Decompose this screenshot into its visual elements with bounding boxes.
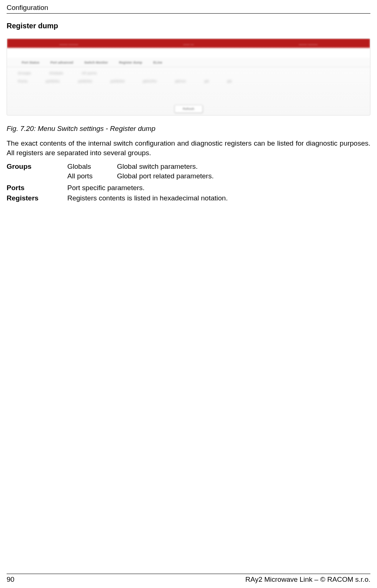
ss-button-wrap: Refresh [174, 104, 203, 113]
running-header: Configuration [7, 4, 370, 12]
def-subrow: All ports Global port related parameters… [67, 172, 370, 180]
ss-label: Ports [18, 79, 28, 83]
header-rule [7, 13, 370, 14]
def-content: Registers contents is listed in hexadeci… [67, 194, 370, 202]
ss-tab: Switch Monitor [84, 61, 108, 64]
ss-tabs: Port Status Port advanced Switch Monitor… [7, 58, 370, 67]
ss-opt: Globals [50, 71, 64, 75]
def-subkey: All ports [67, 172, 117, 180]
ss-whitespace [7, 48, 370, 58]
def-registers: Registers Registers contents is listed i… [7, 194, 370, 202]
embedded-screenshot: _____ __________ _______ ______ Port Sta… [7, 38, 370, 115]
def-subrow: Globals Global switch parameters. [67, 163, 370, 171]
def-label: Ports [7, 184, 67, 192]
ss-opt: p3/Eth2 [78, 79, 92, 83]
def-subval: Global port related parameters. [117, 172, 370, 180]
ss-tab: Port Status [22, 61, 39, 64]
footer-rule [7, 574, 370, 574]
ss-tab: Register dump [119, 61, 142, 64]
ss-tab: ELine [153, 61, 163, 64]
def-label: Registers [7, 194, 67, 202]
figure-caption: Fig. 7.20: Menu Switch settings - Regist… [7, 125, 370, 133]
ss-opt: p5 [204, 79, 209, 83]
page: Configuration Register dump _____ ______… [0, 0, 377, 588]
footer-line: 90 RAy2 Microwave Link – © RACOM s.r.o. [7, 575, 370, 584]
ss-opt: p4/Eth3 [111, 79, 125, 83]
def-subval: Global switch parameters. [117, 163, 370, 171]
def-subkey: Globals [67, 163, 117, 171]
ss-opt: p6 [227, 79, 232, 83]
ss-opt: p6/Air [175, 79, 186, 83]
def-ports: Ports Port specific parameters. [7, 184, 370, 192]
def-content: Port specific parameters. [67, 184, 370, 192]
ss-topbar: _____ __________ _______ ______ [7, 39, 370, 48]
ss-tab: Port advanced [50, 61, 73, 64]
footer-right: RAy2 Microwave Link – © RACOM s.r.o. [245, 575, 370, 584]
ss-opt: p2/Eth1 [46, 79, 60, 83]
page-number: 90 [7, 575, 14, 584]
page-footer: 90 RAy2 Microwave Link – © RACOM s.r.o. [7, 574, 370, 584]
ss-refresh-button: Refresh [174, 105, 203, 113]
ss-opt: p5/CPU [143, 79, 157, 83]
section-title: Register dump [7, 22, 370, 30]
ss-label: Groups [18, 71, 31, 75]
def-label: Groups [7, 163, 67, 182]
body-paragraph: The exact contents of the internal switc… [7, 139, 370, 157]
ss-opt: All ports [82, 71, 97, 75]
def-groups: Groups Globals Global switch parameters.… [7, 163, 370, 182]
ss-body: Groups Globals All ports Ports p2/Eth1 p… [7, 67, 370, 92]
def-content: Globals Global switch parameters. All po… [67, 163, 370, 182]
